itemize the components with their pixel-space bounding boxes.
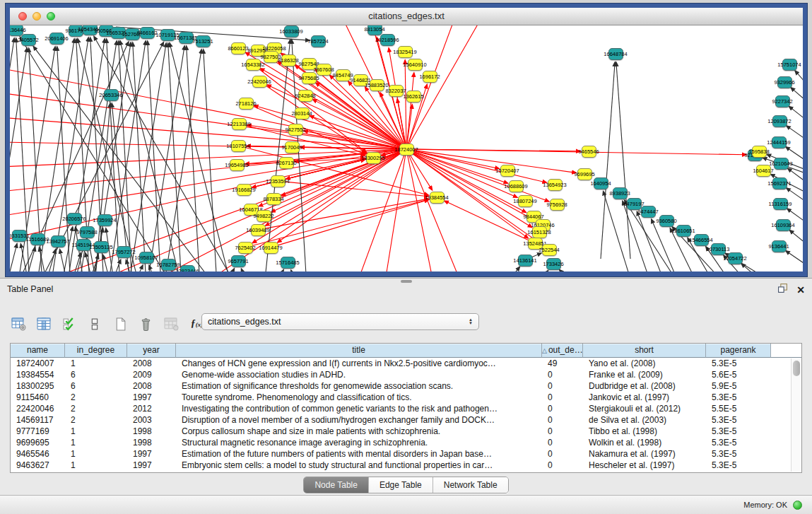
table-select-dropdown[interactable]: citations_edges.txt ▲▼	[201, 313, 479, 330]
table-cell[interactable]: 22420046	[11, 403, 65, 414]
graph-node[interactable]: 1733426	[546, 258, 561, 270]
graph-edge[interactable]	[10, 149, 401, 167]
graph-node[interactable]: 16782759	[161, 259, 176, 271]
graph-edge[interactable]	[275, 270, 283, 271]
network-window-titlebar[interactable]: citations_edges.txt	[10, 8, 803, 25]
graph-edge[interactable]	[408, 154, 462, 271]
table-cell[interactable]: de Silva et al. (2003)	[583, 414, 706, 426]
scrollbar-thumb[interactable]	[793, 361, 800, 376]
table-row[interactable]: 911546021997Tourette syndrome. Phenomeno…	[11, 392, 801, 403]
graph-node[interactable]: 10653257	[111, 27, 126, 39]
table-cell[interactable]: 1	[65, 448, 127, 460]
graph-node[interactable]: 16543382	[246, 59, 261, 71]
table-cell[interactable]: 9699695	[11, 437, 65, 448]
graph-node[interactable]: 16039489	[251, 224, 266, 236]
graph-node[interactable]: 2405572	[21, 34, 36, 46]
graph-edge[interactable]	[786, 251, 803, 264]
table-row[interactable]: 1830029562008Estimation of significance …	[11, 380, 801, 392]
graph-node[interactable]: 9329966	[777, 76, 792, 88]
table-cell[interactable]: Estimation of significance thresholds fo…	[176, 380, 542, 392]
graph-node[interactable]: 6479197	[627, 198, 642, 210]
graph-edge[interactable]	[445, 201, 529, 240]
graph-node[interactable]: 12353594	[271, 175, 286, 187]
graph-node[interactable]: 15640910	[408, 59, 423, 71]
graph-edge[interactable]	[10, 244, 17, 271]
table-row[interactable]: 2242004622012Investigating the contribut…	[11, 403, 801, 414]
table-cell[interactable]: 18300295	[11, 380, 65, 392]
graph-node[interactable]: 9170049	[285, 141, 300, 153]
graph-node[interactable]: 9827548	[302, 58, 317, 70]
table-cell[interactable]: 0	[542, 414, 583, 426]
table-row[interactable]: 946554611997Estimation of the future num…	[11, 448, 801, 460]
graph-edge[interactable]	[103, 255, 111, 271]
graph-node[interactable]: 14136141	[518, 255, 533, 267]
table-cell[interactable]: 1997	[127, 448, 176, 460]
table-cell[interactable]: 18724007	[11, 358, 65, 369]
graph-edge[interactable]	[25, 247, 35, 271]
graph-node[interactable]: 2803144	[295, 107, 310, 119]
table-cell[interactable]: 0	[542, 380, 583, 392]
graph-node[interactable]: 8938923	[613, 187, 628, 199]
float-panel-icon[interactable]	[777, 283, 788, 296]
table-cell[interactable]: 9777169	[11, 426, 65, 437]
graph-edge[interactable]	[277, 199, 429, 245]
table-cell[interactable]: 9115460	[11, 392, 65, 403]
table-cell[interactable]: 5.3E-5	[706, 437, 771, 448]
graph-node[interactable]: 8660123	[231, 42, 246, 54]
column-header-short[interactable]: short	[583, 344, 706, 358]
graph-node[interactable]: 9797588	[80, 226, 95, 238]
column-header-title[interactable]: title	[176, 344, 542, 358]
select-all-columns-button[interactable]	[59, 313, 80, 334]
table-cell[interactable]: Wolkin et al. (1998)	[583, 437, 706, 448]
table-cell[interactable]: 0	[542, 448, 583, 460]
graph-node[interactable]: 8267130	[279, 157, 294, 169]
table-cell[interactable]: 5.3E-5	[706, 448, 771, 460]
graph-node[interactable]: 16033809	[284, 25, 299, 37]
graph-node[interactable]: 19654985	[230, 159, 245, 171]
column-header-year[interactable]: year	[127, 344, 176, 358]
graph-node[interactable]: 12444159	[772, 136, 787, 148]
graph-edge[interactable]	[243, 158, 365, 165]
graph-node[interactable]: 10543466	[83, 25, 98, 35]
graph-edge[interactable]	[788, 168, 803, 182]
table-cell[interactable]: 6	[65, 380, 127, 392]
table-cell[interactable]: Genome-wide association studies in ADHD.	[176, 369, 542, 380]
table-cell[interactable]: Structural magnetic resonance image aver…	[176, 437, 542, 448]
graph-node[interactable]: 9361797	[69, 25, 83, 37]
graph-edge[interactable]	[787, 188, 803, 201]
graph-node[interactable]: 22420046	[252, 76, 267, 88]
graph-node[interactable]: 9136446	[10, 25, 23, 36]
graph-node[interactable]: 9227342	[775, 95, 790, 107]
table-cell[interactable]: 2	[65, 392, 127, 403]
graph-node[interactable]: 8454749	[336, 69, 351, 81]
graph-edge[interactable]	[787, 126, 803, 139]
table-cell[interactable]: 49	[542, 358, 583, 369]
graph-node[interactable]: 17054722	[728, 252, 743, 264]
graph-node[interactable]: 7513251	[196, 35, 211, 47]
graph-node[interactable]: 9242848	[298, 90, 313, 102]
graph-node[interactable]: 9475685	[302, 72, 317, 84]
graph-node[interactable]: 9136441	[772, 240, 787, 252]
network-canvas[interactable]: 9136446240557220691406936179710543466150…	[10, 25, 803, 271]
table-cell[interactable]: Yano et al. (2008)	[583, 358, 706, 369]
graph-edge[interactable]	[559, 269, 575, 271]
graph-node[interactable]: 8878334	[266, 193, 281, 205]
graph-edge[interactable]	[536, 270, 548, 271]
memory-status-indicator[interactable]	[793, 501, 802, 510]
graph-node[interactable]: 17957272	[117, 246, 131, 258]
graph-node[interactable]: 1696172	[423, 71, 437, 83]
network-window[interactable]: citations_edges.txt 91364462405572206914…	[6, 4, 807, 276]
table-cell[interactable]: 0	[542, 437, 583, 448]
delete-table-button[interactable]	[136, 313, 156, 334]
table-cell[interactable]: 5.3E-5	[706, 392, 771, 403]
table-cell[interactable]: Embryonic stem cells: a model to study s…	[176, 460, 542, 471]
graph-node[interactable]: 11516689	[30, 233, 45, 245]
graph-node[interactable]: 9657791	[231, 255, 246, 267]
modify-table-columns-button[interactable]	[8, 313, 29, 334]
graph-edge[interactable]	[405, 60, 406, 144]
table-cell[interactable]: 1998	[127, 426, 176, 437]
graph-node[interactable]: 1595838	[752, 146, 767, 158]
table-cell[interactable]: 0	[542, 369, 583, 380]
graph-node[interactable]: 13942757	[51, 235, 66, 247]
table-cell[interactable]: 1	[65, 437, 127, 448]
